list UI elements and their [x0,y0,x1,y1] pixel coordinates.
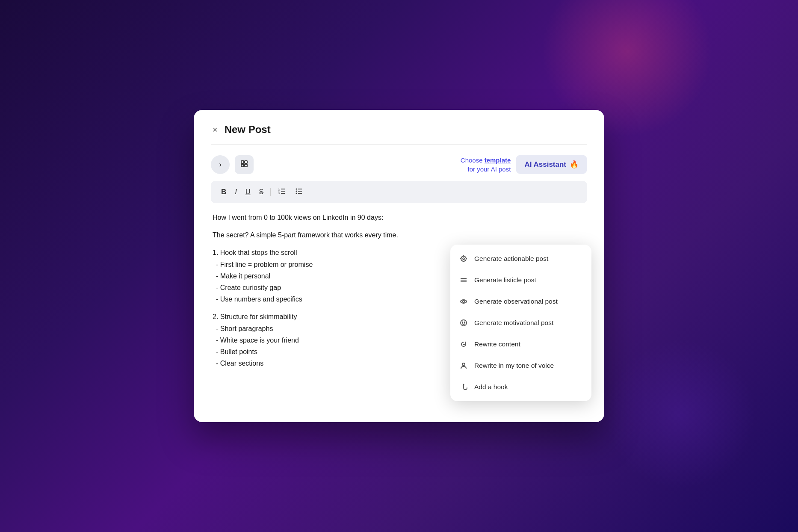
dropdown-label-motivational: Generate motivational post [474,319,553,327]
svg-point-16 [461,256,466,261]
strikethrough-icon: S [259,188,264,196]
italic-icon: I [235,188,237,196]
svg-point-30 [462,363,465,366]
svg-rect-1 [245,161,247,163]
toolbar-row: › Choose templatefor your AI post AI Ass… [211,155,587,174]
unordered-list-icon [295,187,303,197]
choose-template-text: Choose templatefor your AI post [461,157,511,173]
choose-template-link[interactable]: Choose templatefor your AI post [461,156,511,174]
svg-point-17 [463,258,464,260]
modal-title: New Post [225,124,271,136]
dropdown-item-hook[interactable]: Add a hook [450,376,591,398]
modal-header: × New Post [211,124,587,145]
dropdown-label-listicle: Generate listicle post [474,276,536,284]
strikethrough-button[interactable]: S [256,186,267,198]
ordered-list-button[interactable]: 1. 2. 3. [274,185,290,199]
list-item: - Use numbers and specifics [213,296,302,303]
italic-button[interactable]: I [231,186,240,198]
dropdown-item-listicle[interactable]: Generate listicle post [450,269,591,291]
template-underline: template [485,157,511,164]
chevron-right-icon: › [219,161,221,168]
list-item: - Clear sections [213,360,263,367]
fire-icon: 🔥 [570,160,579,169]
list-item: - Make it personal [213,272,270,280]
chevron-button[interactable]: › [211,155,230,174]
rewrite-icon [459,340,468,349]
crosshair-icon [459,254,468,263]
list-item: - Short paragraphs [213,325,273,332]
new-post-modal: × New Post › Choose temp [194,110,604,422]
expand-button[interactable] [235,155,254,174]
dropdown-item-tone[interactable]: Rewrite in my tone of voice [450,355,591,376]
toolbar-divider [270,188,271,196]
editor-paragraph-2: The secret? A simple 5-part framework th… [213,229,585,241]
svg-point-14 [296,191,297,192]
ordered-list-icon: 1. 2. 3. [278,187,286,197]
ai-dropdown-menu: Generate actionable post Generate listic… [450,245,591,401]
svg-point-31 [463,384,464,385]
underline-button[interactable]: U [242,186,254,198]
svg-rect-0 [241,161,244,163]
unordered-list-button[interactable] [291,185,307,199]
dropdown-item-rewrite[interactable]: Rewrite content [450,334,591,355]
dropdown-item-observational[interactable]: Generate observational post [450,291,591,312]
ai-assistant-label: AI Assistant [524,160,566,169]
smile-icon [459,318,468,328]
format-toolbar: B I U S 1. 2. 3. [211,181,587,203]
dropdown-label-observational: Generate observational post [474,298,558,305]
list-item: - White space is your friend [213,337,299,344]
person-icon [459,361,468,370]
list-item: - Bullet points [213,348,257,355]
underline-icon: U [245,188,251,196]
dropdown-item-actionable[interactable]: Generate actionable post [450,248,591,269]
svg-point-15 [296,193,297,194]
bold-button[interactable]: B [218,186,230,198]
close-button[interactable]: × [211,124,219,135]
dropdown-item-motivational[interactable]: Generate motivational post [450,312,591,334]
expand-icon [240,160,248,170]
bold-icon: B [221,188,226,196]
svg-point-26 [463,301,465,303]
list-item: - First line = problem or promise [213,261,313,268]
svg-rect-3 [245,164,247,167]
dropdown-label-tone: Rewrite in my tone of voice [474,362,554,369]
modal-body: › Choose templatefor your AI post AI Ass… [211,155,587,369]
editor-paragraph-1: How I went from 0 to 100k views on Linke… [213,212,585,223]
hook-icon [459,382,468,392]
dropdown-label-hook: Add a hook [474,383,508,391]
eye-icon [459,297,468,306]
list-icon [459,275,468,285]
svg-point-28 [462,322,463,323]
dropdown-label-actionable: Generate actionable post [474,255,548,263]
ai-assistant-button[interactable]: AI Assistant 🔥 [516,155,587,174]
svg-text:3.: 3. [278,192,280,195]
close-icon: × [213,125,218,134]
svg-rect-2 [241,164,244,167]
svg-point-29 [464,322,465,323]
dropdown-label-rewrite: Rewrite content [474,340,520,348]
svg-point-27 [461,320,467,326]
list-item: - Create curiosity gap [213,284,281,291]
svg-point-13 [296,189,297,190]
